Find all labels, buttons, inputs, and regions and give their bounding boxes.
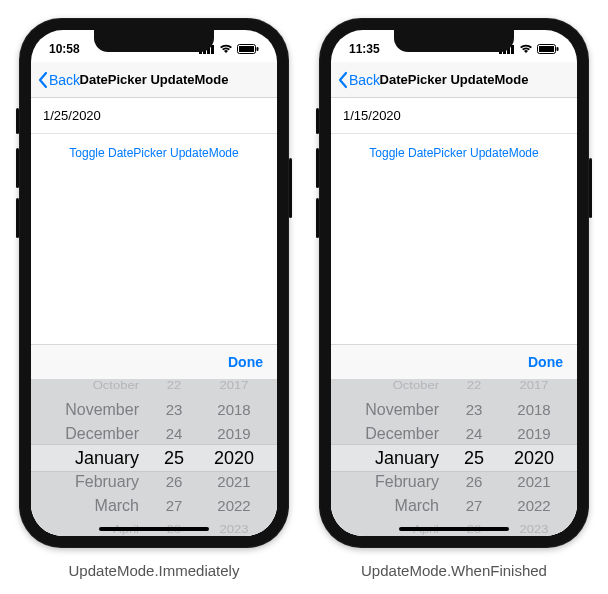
date-display-row[interactable]: 1/25/2020: [31, 98, 277, 134]
side-button: [289, 158, 292, 218]
battery-icon: [537, 44, 559, 54]
phone-frame-left: 10:58 Back DatePicker UpdateMode: [19, 18, 289, 548]
month-wheel[interactable]: October November December January Februa…: [49, 380, 139, 536]
navigation-bar: Back DatePicker UpdateMode: [31, 62, 277, 98]
toggle-update-mode-button[interactable]: Toggle DatePicker UpdateMode: [331, 134, 577, 172]
year-wheel[interactable]: 2017 2018 2019 2020 2021 2022 2023: [209, 380, 259, 536]
home-indicator: [399, 527, 509, 531]
svg-rect-6: [257, 47, 259, 51]
svg-rect-13: [557, 47, 559, 51]
toggle-label: Toggle DatePicker UpdateMode: [369, 146, 538, 160]
date-picker[interactable]: October November December January Februa…: [331, 380, 577, 536]
date-value: 1/25/2020: [43, 108, 101, 123]
back-label: Back: [349, 72, 380, 88]
input-accessory-bar: Done: [31, 344, 277, 380]
wifi-icon: [519, 44, 533, 54]
mute-switch: [316, 108, 319, 134]
svg-rect-3: [211, 45, 214, 54]
home-indicator: [99, 527, 209, 531]
toggle-update-mode-button[interactable]: Toggle DatePicker UpdateMode: [31, 134, 277, 172]
date-value: 1/15/2020: [343, 108, 401, 123]
svg-rect-12: [539, 46, 554, 52]
year-wheel[interactable]: 2017 2018 2019 2020 2021 2022 2023: [509, 380, 559, 536]
volume-up-button: [316, 148, 319, 188]
mute-switch: [16, 108, 19, 134]
done-button[interactable]: Done: [528, 354, 563, 370]
done-button[interactable]: Done: [228, 354, 263, 370]
status-time: 11:35: [349, 42, 380, 56]
chevron-left-icon: [37, 71, 49, 89]
back-button[interactable]: Back: [37, 71, 80, 89]
navigation-bar: Back DatePicker UpdateMode: [331, 62, 577, 98]
day-wheel[interactable]: 22 23 24 25 26 27 28: [459, 380, 489, 536]
caption-right: UpdateMode.WhenFinished: [361, 562, 547, 579]
toggle-label: Toggle DatePicker UpdateMode: [69, 146, 238, 160]
input-accessory-bar: Done: [331, 344, 577, 380]
back-label: Back: [49, 72, 80, 88]
content-spacer: [331, 172, 577, 344]
content-spacer: [31, 172, 277, 344]
notch: [94, 30, 214, 52]
wifi-icon: [219, 44, 233, 54]
date-picker[interactable]: October November December January Februa…: [31, 380, 277, 536]
notch: [394, 30, 514, 52]
back-button[interactable]: Back: [337, 71, 380, 89]
side-button: [589, 158, 592, 218]
battery-icon: [237, 44, 259, 54]
volume-down-button: [316, 198, 319, 238]
day-wheel[interactable]: 22 23 24 25 26 27 28: [159, 380, 189, 536]
date-display-row[interactable]: 1/15/2020: [331, 98, 577, 134]
month-wheel[interactable]: October November December January Februa…: [349, 380, 439, 536]
chevron-left-icon: [337, 71, 349, 89]
volume-down-button: [16, 198, 19, 238]
phone-frame-right: 11:35 Back DatePicker UpdateMode: [319, 18, 589, 548]
caption-left: UpdateMode.Immediately: [69, 562, 240, 579]
svg-rect-5: [239, 46, 254, 52]
svg-rect-10: [511, 45, 514, 54]
status-time: 10:58: [49, 42, 80, 56]
volume-up-button: [16, 148, 19, 188]
